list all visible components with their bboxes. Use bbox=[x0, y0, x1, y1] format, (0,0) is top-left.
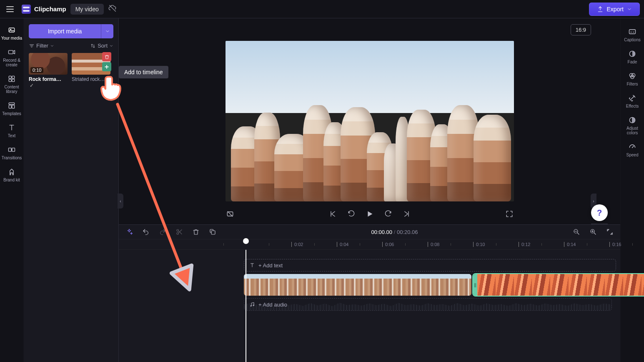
redo-button[interactable] bbox=[158, 227, 167, 236]
media-item-2[interactable]: ＋ Striated rock f... bbox=[72, 53, 110, 88]
rail-text[interactable]: Text bbox=[0, 120, 23, 141]
svg-rect-8 bbox=[9, 103, 14, 104]
ruler-tick: 0:06 bbox=[382, 239, 394, 249]
media-item-1[interactable]: 0:10 Rock formati... ✓ bbox=[29, 53, 68, 88]
rail-label: Fade bbox=[628, 60, 637, 64]
rail-label: Adjust colors bbox=[621, 126, 644, 135]
timeline-timecode: 00:00.00 / 00:20.06 bbox=[371, 229, 418, 235]
video-clip-2[interactable]: || || bbox=[473, 274, 644, 296]
sort-label: Sort bbox=[98, 43, 108, 49]
svg-rect-3 bbox=[9, 50, 13, 54]
sort-button[interactable]: Sort bbox=[90, 43, 113, 49]
undo-button[interactable] bbox=[141, 227, 150, 236]
media-title: Striated rock f... bbox=[72, 76, 105, 82]
forward-button[interactable] bbox=[383, 209, 393, 219]
rail-adjust-colors[interactable]: Adjust colors bbox=[621, 113, 644, 138]
timeline-ruler[interactable]: 0:020:040:060:080:100:120:140:160:18 bbox=[119, 239, 620, 250]
filter-button[interactable]: Filter bbox=[29, 43, 54, 49]
rail-content-library[interactable]: Content library bbox=[0, 71, 23, 97]
add-audio-track-button[interactable]: + Add audio bbox=[244, 298, 612, 311]
add-to-timeline-button[interactable]: ＋ bbox=[102, 62, 111, 71]
filter-label: Filter bbox=[36, 43, 48, 49]
rail-label: Templates bbox=[2, 111, 21, 116]
zoom-out-button[interactable] bbox=[572, 227, 581, 236]
rail-filters[interactable]: Filters bbox=[621, 68, 644, 90]
play-button[interactable] bbox=[365, 209, 374, 219]
topbar: Clipchamp My video Export bbox=[0, 0, 644, 18]
app-logo[interactable]: Clipchamp bbox=[22, 5, 66, 14]
in-timeline-check-icon: ✓ bbox=[30, 83, 34, 88]
audio-track: + Add audio bbox=[119, 298, 616, 311]
svg-rect-23 bbox=[211, 231, 215, 234]
svg-rect-9 bbox=[9, 105, 11, 108]
rail-templates[interactable]: Templates bbox=[0, 98, 23, 119]
rail-fade[interactable]: Fade bbox=[621, 46, 644, 68]
svg-line-25 bbox=[577, 233, 579, 234]
rail-label: Transitions bbox=[2, 156, 22, 160]
ai-tools-button[interactable] bbox=[125, 227, 134, 236]
toggle-preview-chrome-button[interactable] bbox=[226, 209, 235, 219]
export-button[interactable]: Export bbox=[589, 3, 640, 16]
rail-label: Content library bbox=[0, 85, 23, 94]
rail-label: Record & create bbox=[0, 58, 23, 67]
rail-effects[interactable]: Effects bbox=[621, 90, 644, 112]
add-text-label: + Add text bbox=[258, 262, 283, 269]
rail-captions[interactable]: Captions bbox=[621, 24, 644, 45]
rail-your-media[interactable]: Your media bbox=[0, 23, 23, 44]
svg-rect-10 bbox=[12, 105, 15, 108]
rail-brand-kit[interactable]: Brand kit bbox=[0, 164, 23, 186]
ruler-tick: 0:08 bbox=[428, 239, 439, 249]
playhead-handle[interactable] bbox=[243, 238, 249, 244]
export-label: Export bbox=[607, 6, 624, 13]
fullscreen-button[interactable] bbox=[505, 209, 514, 219]
import-media-dropdown[interactable] bbox=[101, 24, 113, 38]
rail-transitions[interactable]: Transitions bbox=[0, 142, 23, 163]
media-panel: Import media Filter Sort 0:10 Roc bbox=[24, 18, 119, 362]
svg-marker-19 bbox=[368, 211, 372, 217]
media-title: Rock formati... bbox=[29, 76, 62, 82]
help-button[interactable]: ? bbox=[591, 204, 608, 221]
svg-rect-5 bbox=[12, 76, 15, 78]
rail-label: Captions bbox=[624, 38, 640, 42]
add-text-track-button[interactable]: + Add text bbox=[244, 259, 616, 272]
rewind-button[interactable] bbox=[347, 209, 356, 219]
clip-trim-left-handle[interactable]: || bbox=[473, 274, 477, 296]
svg-rect-12 bbox=[12, 148, 15, 151]
media-thumbnail[interactable]: 0:10 bbox=[29, 53, 68, 75]
import-media-button[interactable]: Import media bbox=[29, 24, 101, 38]
video-clip-1[interactable] bbox=[244, 274, 471, 296]
menu-button[interactable] bbox=[4, 3, 16, 15]
ruler-tick: 0:02 bbox=[291, 239, 303, 249]
ruler-tick: 0:04 bbox=[337, 239, 348, 249]
aspect-ratio-button[interactable]: 16:9 bbox=[571, 24, 591, 35]
delete-clip-button[interactable] bbox=[191, 227, 200, 236]
duplicate-button[interactable] bbox=[208, 227, 217, 236]
video-preview[interactable] bbox=[226, 41, 514, 201]
fit-timeline-button[interactable] bbox=[605, 227, 614, 236]
project-title[interactable]: My video bbox=[70, 4, 104, 15]
rail-label: Text bbox=[8, 133, 15, 138]
skip-end-button[interactable] bbox=[402, 209, 411, 219]
skip-start-button[interactable] bbox=[328, 209, 338, 219]
zoom-in-button[interactable] bbox=[589, 227, 598, 236]
svg-rect-33 bbox=[629, 30, 636, 34]
split-button[interactable] bbox=[175, 227, 184, 236]
rail-label: Filters bbox=[626, 82, 638, 86]
rail-record-create[interactable]: Record & create bbox=[0, 45, 23, 70]
svg-rect-6 bbox=[9, 79, 11, 82]
left-rail: Your media Record & create Content libra… bbox=[0, 18, 24, 362]
timeline-tracks: + Add text || bbox=[119, 250, 620, 362]
ruler-tick: 0:16 bbox=[609, 239, 621, 249]
svg-line-17 bbox=[228, 212, 233, 217]
logo-icon bbox=[22, 5, 31, 14]
ruler-tick: 0:12 bbox=[519, 239, 530, 249]
video-track: || || bbox=[244, 274, 616, 296]
ruler-tick: 0:10 bbox=[473, 239, 485, 249]
svg-point-32 bbox=[253, 305, 254, 306]
rail-label: Brand kit bbox=[3, 178, 20, 182]
delete-media-button[interactable] bbox=[102, 52, 111, 61]
rail-label: Your media bbox=[1, 36, 22, 40]
rail-speed[interactable]: Speed bbox=[621, 139, 644, 161]
svg-point-39 bbox=[632, 147, 633, 148]
cloud-sync-off-icon[interactable] bbox=[108, 4, 117, 14]
